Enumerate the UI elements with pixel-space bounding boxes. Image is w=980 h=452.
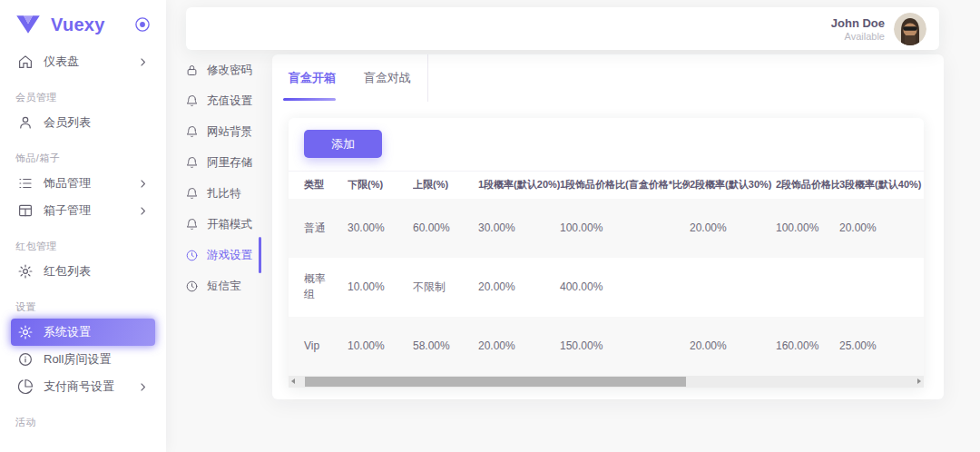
- add-button[interactable]: 添加: [304, 130, 382, 158]
- scroll-right-arrow-icon[interactable]: [917, 378, 921, 384]
- sidebar-item-label: 会员列表: [44, 114, 91, 131]
- gear-icon: [17, 324, 34, 340]
- column-header-stage3-probability: 3段概率(默认40%): [839, 172, 924, 199]
- cell-value: 20.00%: [839, 199, 924, 258]
- user-name: John Doe: [831, 16, 885, 30]
- settings-item-site-background[interactable]: 网站背景: [185, 116, 260, 147]
- cell-value: 100.00%: [776, 199, 839, 258]
- cell-value: 10.00%: [348, 317, 413, 376]
- main-sidebar: Vuexy 仪表盘 会员管理 会员列表: [0, 0, 166, 452]
- cell-value: 400.00%: [560, 258, 690, 317]
- vuexy-logo-icon: [15, 14, 42, 35]
- sidebar-item-red-packet-list[interactable]: 红包列表: [11, 258, 155, 285]
- tab-divider: [427, 54, 428, 102]
- table-toolbar: 添加: [289, 118, 924, 171]
- settings-item-recharge[interactable]: 充值设置: [185, 85, 260, 116]
- table-row[interactable]: 普通 30.00% 60.00% 30.00% 100.00% 20.00% 1…: [289, 199, 924, 258]
- cell-value: 100.00%: [560, 199, 690, 258]
- sidebar-item-payment-merchant-settings[interactable]: 支付商号设置: [11, 373, 155, 400]
- table-header-row: 类型 下限(%) 上限(%) 1段概率(默认20%) 1段饰品价格比(盲盒价格*…: [289, 172, 924, 199]
- column-header-type: 类型: [289, 172, 348, 199]
- layout-icon: [17, 202, 34, 219]
- app-root: Vuexy 仪表盘 会员管理 会员列表: [0, 0, 980, 452]
- cell-value: [776, 258, 839, 317]
- sidebar-item-accessory-management[interactable]: 饰品管理: [11, 170, 155, 197]
- column-header-stage2-price-ratio: 2段饰品价格比: [776, 172, 839, 199]
- cell-value: 60.00%: [413, 199, 478, 258]
- user-meta: John Doe Available: [831, 16, 885, 42]
- game-settings-panel: 添加 类型 下限(%) 上限(%) 1段概率(默认20%) 1段饰品价格比(盲盒…: [289, 118, 924, 388]
- settings-item-label: 修改密码: [207, 63, 252, 78]
- cell-value: 不限制: [413, 258, 478, 317]
- settings-item-zhabite[interactable]: 扎比特: [185, 178, 260, 209]
- content-card: 盲盒开箱 盲盒对战 添加 类型 下限(%) 上限(%) 1段: [272, 54, 944, 399]
- cell-value: 20.00%: [478, 317, 560, 376]
- settings-item-label: 阿里存储: [207, 155, 252, 171]
- sidebar-section-settings: 设置: [15, 300, 151, 314]
- list-icon: [17, 175, 34, 192]
- cell-type: Vip: [289, 317, 348, 376]
- probability-table: 类型 下限(%) 上限(%) 1段概率(默认20%) 1段饰品价格比(盲盒价格*…: [289, 171, 924, 376]
- user-status: Available: [831, 31, 885, 42]
- chevron-right-icon: [137, 178, 149, 190]
- bell-icon: [185, 187, 199, 201]
- column-header-stage1-probability: 1段概率(默认20%): [478, 172, 560, 199]
- sidebar-item-label: 仪表盘: [44, 54, 79, 70]
- cell-value: [839, 258, 924, 317]
- scroll-left-arrow-icon[interactable]: [291, 378, 295, 384]
- cell-value: 25.00%: [839, 317, 924, 376]
- sidebar-item-label: 支付商号设置: [44, 378, 114, 395]
- active-tab-underline: [283, 98, 336, 101]
- user-icon: [17, 114, 34, 131]
- pie-chart-icon: [17, 378, 34, 395]
- column-header-stage2-probability: 2段概率(默认30%): [690, 172, 776, 199]
- lock-icon: [185, 64, 199, 77]
- column-header-upper-limit: 上限(%): [413, 172, 478, 199]
- sidebar-section-members: 会员管理: [15, 91, 151, 104]
- info-icon: [17, 351, 34, 368]
- scrollbar-thumb[interactable]: [305, 377, 686, 387]
- cell-type: 普通: [289, 199, 348, 258]
- table-row[interactable]: 概率组 10.00% 不限制 20.00% 400.00%: [289, 258, 924, 317]
- cell-value: 160.00%: [776, 317, 839, 376]
- sidebar-item-roll-room-settings[interactable]: Roll房间设置: [11, 346, 155, 373]
- settings-item-unbox-mode[interactable]: 开箱模式: [185, 209, 260, 240]
- chevron-right-icon: [137, 56, 149, 68]
- cell-value: 10.00%: [348, 258, 413, 317]
- horizontal-scrollbar[interactable]: [289, 376, 924, 388]
- tab-blind-box-battle[interactable]: 盲盒对战: [364, 54, 411, 102]
- clock-icon: [185, 280, 199, 293]
- sidebar-item-label: Roll房间设置: [44, 351, 111, 368]
- settings-item-ali-storage[interactable]: 阿里存储: [185, 147, 260, 178]
- sidebar-section-items-boxes: 饰品/箱子: [15, 152, 151, 165]
- sidebar-nav: 仪表盘 会员管理 会员列表 饰品/箱子 饰品管理: [0, 46, 166, 429]
- bell-icon: [185, 218, 199, 231]
- table-row[interactable]: Vip 10.00% 58.00% 20.00% 150.00% 20.00% …: [289, 317, 924, 376]
- settings-item-change-password[interactable]: 修改密码: [185, 54, 260, 85]
- bell-icon: [185, 94, 199, 108]
- settings-item-label: 扎比特: [207, 186, 241, 201]
- home-icon: [17, 54, 34, 70]
- sidebar-item-system-settings[interactable]: 系统设置: [11, 319, 155, 346]
- brand-header: Vuexy: [0, 0, 166, 46]
- sidebar-item-label: 系统设置: [44, 324, 91, 340]
- settings-item-label: 充值设置: [207, 93, 252, 109]
- column-header-lower-limit: 下限(%): [348, 172, 413, 199]
- tab-blind-box-open[interactable]: 盲盒开箱: [289, 54, 336, 102]
- sidebar-item-dashboard[interactable]: 仪表盘: [11, 48, 155, 75]
- chevron-right-icon: [137, 381, 149, 393]
- user-avatar[interactable]: [894, 13, 926, 45]
- settings-item-label: 开箱模式: [207, 217, 252, 232]
- settings-item-label: 网站背景: [207, 124, 252, 140]
- sidebar-item-label: 红包列表: [44, 263, 91, 280]
- settings-item-game-settings[interactable]: 游戏设置: [185, 240, 260, 270]
- bell-icon: [185, 125, 199, 139]
- sidebar-pin-toggle-icon[interactable]: [133, 15, 152, 34]
- settings-item-sms-bao[interactable]: 短信宝: [185, 270, 260, 301]
- chevron-right-icon: [137, 205, 149, 217]
- sidebar-section-activity: 活动: [15, 416, 151, 429]
- sidebar-item-member-list[interactable]: 会员列表: [11, 109, 155, 136]
- bell-icon: [185, 156, 199, 170]
- sidebar-item-box-management[interactable]: 箱子管理: [11, 197, 155, 224]
- column-header-stage1-price-ratio: 1段饰品价格比(盲盒价格*比例): [560, 172, 690, 199]
